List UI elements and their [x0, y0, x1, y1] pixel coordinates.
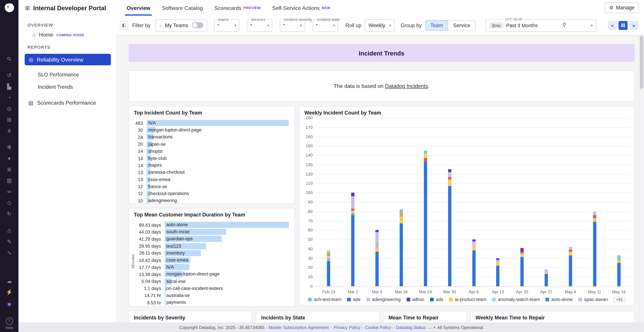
stacked-bar[interactable] — [400, 118, 403, 286]
tools-icon[interactable]: ✎ — [0, 236, 18, 247]
pin-icon[interactable] — [562, 23, 566, 28]
skip-back-button[interactable]: « — [608, 21, 617, 30]
manage-button[interactable]: ⚙ Manage — [604, 2, 639, 13]
legend-item[interactable]: aoto-alone — [546, 297, 573, 302]
datadog-logo[interactable] — [0, 3, 18, 13]
top-impact-duration-panel: Top Mean Customer Impact Duration by Tea… — [129, 208, 295, 307]
bar-row: 29.95 daystest123 — [138, 242, 289, 250]
filter-dropdown-services[interactable]: services*▾ — [247, 19, 272, 31]
vertical-scrollbar[interactable] — [639, 35, 644, 322]
footer-link[interactable]: Master Subscription Agreement — [269, 325, 329, 330]
history-icon[interactable]: ↺ — [0, 70, 18, 81]
dropdown-label: incident-state — [316, 17, 341, 22]
tab-self-service-actions[interactable]: Self-Service ActionsNEW — [266, 0, 336, 16]
legend-item[interactable]: adengineering — [366, 297, 401, 302]
filter-dropdown-teams[interactable]: teams*▾ — [214, 19, 240, 31]
serverless-icon[interactable]: ⚡ — [0, 286, 18, 298]
legend-item[interactable]: ade — [347, 297, 360, 302]
footer-link[interactable]: Datadog Status — [396, 325, 426, 330]
bar-value: 12 — [132, 184, 143, 189]
tab-scorecards[interactable]: ScorecardsPREVIEW — [209, 0, 266, 16]
help-button[interactable]: ? Help — [0, 318, 18, 330]
sidebar-item-scorecards-performance[interactable]: ▤ Scorecards Performance — [28, 100, 116, 106]
org-icon[interactable]: ✻ — [0, 142, 18, 153]
bar[interactable] — [146, 120, 289, 126]
stacked-bar[interactable] — [448, 118, 451, 286]
help-icon: ? — [6, 318, 13, 325]
sidebar-section-reports: REPORTS — [28, 45, 116, 50]
main-area: ◧ Filter by › My Teams teams*▾services*▾… — [116, 16, 644, 322]
legend-swatch — [546, 298, 549, 301]
bar-row: 18.42 dayscsse-emea — [138, 256, 289, 264]
legend-item[interactable]: ai-product-team — [449, 297, 486, 302]
monitors-icon[interactable]: ◔ — [0, 92, 18, 103]
stacked-bar[interactable] — [617, 118, 620, 286]
stacked-bar[interactable] — [520, 118, 524, 286]
error-tracking-icon[interactable]: ⚠ — [0, 225, 18, 236]
rum-icon[interactable]: ↻ — [0, 208, 18, 219]
bar-segment — [448, 180, 451, 186]
footer-link[interactable]: Privacy Policy — [334, 325, 360, 330]
filter-dropdown-incident-state[interactable]: incident-state*▾ — [312, 19, 338, 31]
bar-row: 17.77 daysN/A — [138, 264, 289, 271]
bar[interactable] — [165, 286, 166, 292]
filter-dropdown-incident-severity[interactable]: incident-severity*▾ — [280, 19, 305, 31]
stacked-bar[interactable] — [351, 118, 355, 286]
infrastructure-icon[interactable]: ☁ — [0, 276, 18, 286]
tab-software-catalog[interactable]: Software Catalog — [156, 0, 209, 16]
stacked-bar[interactable] — [472, 118, 476, 286]
legend-item[interactable]: adhoc — [406, 297, 424, 302]
legend-item[interactable]: ach-test-team — [308, 297, 342, 302]
filter-bar: ◧ Filter by › My Teams teams*▾services*▾… — [116, 16, 644, 36]
groupby-team-button[interactable]: Team — [425, 20, 448, 31]
collapse-sidebar-button[interactable]: ◧ — [120, 21, 128, 29]
search-icon[interactable]: ⚲ — [0, 48, 20, 70]
sidebar-item-home[interactable]: ⌂ Home COMING SOON — [32, 32, 116, 38]
stacked-bar[interactable] — [569, 118, 572, 286]
rollup-select[interactable]: Weekly ▾ — [365, 19, 395, 31]
logs-icon[interactable]: ≣ — [0, 164, 18, 175]
software-catalog-icon[interactable]: ◇ — [0, 197, 18, 208]
legend-item[interactable]: ads — [430, 297, 443, 302]
sidebar-item-incident-trends[interactable]: Incident Trends — [38, 81, 116, 93]
legend-item[interactable]: apac-asean — [578, 297, 608, 302]
bar-value: 17.77 days — [138, 265, 161, 270]
stacked-bar[interactable] — [327, 118, 330, 286]
tab-overview[interactable]: Overview — [121, 0, 156, 16]
sidebar-item-slo-performance[interactable]: SLO Performance — [38, 68, 116, 81]
x-axis-label: Mar 30 — [443, 290, 456, 294]
bar-segment — [544, 270, 548, 272]
service-map-icon[interactable]: ⋔ — [0, 125, 18, 136]
stacked-bar[interactable] — [376, 118, 379, 286]
footer-link[interactable]: Cookie Policy — [365, 325, 391, 330]
integrations-icon[interactable]: ⊞ — [0, 114, 18, 125]
skip-forward-button[interactable]: » — [629, 21, 638, 30]
time-range-picker[interactable]: UTC-05:00 3mo Past 3 Months ▾ — [486, 19, 596, 31]
stacked-bar[interactable] — [544, 118, 548, 286]
legend-label: apac-asean — [584, 297, 608, 302]
apm-icon[interactable]: ∞ — [0, 186, 18, 197]
synthetics-icon[interactable]: ∿ — [0, 247, 18, 258]
bar-segment — [472, 251, 476, 286]
groupby-service-button[interactable]: Service — [448, 20, 476, 31]
scrollbar-thumb[interactable] — [640, 36, 643, 89]
ci-icon[interactable]: ▥ — [0, 175, 18, 186]
bar[interactable] — [165, 300, 166, 306]
sidebar-item-reliability-overview[interactable]: ◎ Reliability Overview — [25, 54, 111, 66]
y-axis-tick: 170 — [306, 125, 312, 130]
watchdog-icon[interactable]: ◎ — [0, 103, 18, 114]
stacked-bar[interactable] — [424, 118, 427, 286]
stacked-bar[interactable] — [593, 118, 596, 286]
pause-button[interactable] — [618, 21, 628, 30]
my-teams-toggle[interactable] — [192, 22, 204, 28]
datadog-incidents-link[interactable]: Datadog Incidents — [385, 83, 428, 89]
stacked-bar[interactable] — [496, 118, 500, 286]
security-icon[interactable]: ♦ — [0, 153, 18, 164]
scorecards-performance-label: Scorecards Performance — [37, 100, 96, 106]
bits-ai-icon[interactable]: ✱ — [0, 299, 18, 310]
legend-overflow-badge[interactable]: +91 — [614, 296, 626, 302]
metrics-icon[interactable]: ▙ — [0, 81, 18, 92]
my-teams-filter[interactable]: › My Teams — [156, 19, 208, 31]
legend-item[interactable]: anomaly-watch-team — [492, 297, 540, 302]
bar[interactable] — [165, 292, 166, 299]
